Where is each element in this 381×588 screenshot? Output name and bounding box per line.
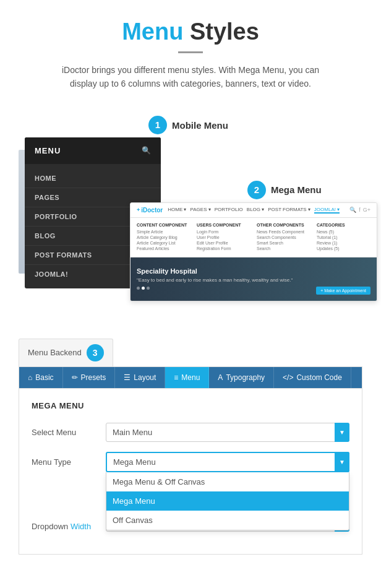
mega-col-2: USERS COMPONENT Login Form User Profile … [197, 223, 250, 252]
tab-label: Menu [181, 373, 200, 382]
mega-col-4: CATEGORIES News (5) Tutorial (1) Review … [317, 223, 370, 252]
mega-menu-label: Mega Menu [271, 184, 322, 195]
mega-nav-items: HOME ▾ PAGES ▾ PORTFOLIO BLOG ▾ POST FOR… [168, 207, 345, 214]
mega-menu-screenshot: + iDoctor HOME ▾ PAGES ▾ PORTFOLIO BLOG … [130, 202, 377, 301]
list-item: Edit User Profile [197, 241, 250, 245]
dropdown-option-3[interactable]: Off Canvas [106, 511, 349, 530]
header-section: Menu Styles iDoctor brings you different… [0, 0, 381, 103]
list-item: Tutorial (1) [317, 235, 370, 240]
badge-2: 2 [247, 181, 266, 199]
tab-presets[interactable]: ✏ Presets [63, 367, 116, 388]
mega-navbar: + iDoctor HOME ▾ PAGES ▾ PORTFOLIO BLOG … [131, 203, 377, 218]
typography-icon: A [218, 373, 223, 382]
col-title: OTHER COMPONENTS [257, 223, 310, 227]
dropdown-width-label: Dropdown Width [32, 522, 106, 531]
title-menu: Menu [122, 19, 183, 45]
header-description: iDoctor brings you different menu styles… [61, 63, 320, 91]
badge-1: 1 [148, 116, 167, 134]
tab-label: Layout [134, 373, 156, 382]
dropdown-option-1[interactable]: Mega Menu & Off Canvas [106, 472, 349, 491]
header-divider [178, 51, 203, 53]
dropdown-option-2[interactable]: Mega Menu [106, 491, 349, 511]
menu-type-value: Mega Menu [113, 457, 156, 467]
list-item: News Feeds Component [257, 230, 310, 234]
menu-type-row: Menu Type Mega Menu ▼ Mega Menu & Off Ca… [32, 452, 349, 472]
menu-type-field[interactable]: Mega Menu ▼ [106, 452, 349, 472]
list-item: Updates (5) [317, 246, 370, 251]
mega-col-1: CONTENT COMPONENT Simple Article Article… [137, 223, 191, 252]
title-styles: Styles [190, 19, 259, 45]
mega-nav-icons: 🔍 f G+ [349, 207, 370, 213]
list-item: Search Components [257, 235, 310, 240]
tab-bar: ⌂ Basic ✏ Presets ☰ Layout ≡ Menu A Typo… [19, 366, 362, 389]
dot-active [142, 287, 145, 290]
chevron-down-icon: ▼ [335, 423, 349, 442]
mobile-menu-area: 1 Mobile Menu MENU 🔍 HOME PAGES PORTFOLI… [19, 116, 362, 314]
list-item: Search [257, 246, 310, 251]
tab-label: Custom Code [296, 373, 341, 382]
hero-subtitle: "Easy to bed and early to rise makes a m… [137, 277, 370, 283]
list-item: HOME [25, 169, 161, 188]
tab-layout[interactable]: ☰ Layout [115, 367, 165, 388]
badge-3: 3 [87, 344, 104, 361]
menu-type-wrapper[interactable]: Mega Menu ▼ Mega Menu & Off Canvas Mega … [106, 452, 349, 472]
hero-title: Speciality Hospital [137, 267, 370, 275]
list-item: Registration Form [197, 246, 250, 251]
home-icon: ⌂ [28, 373, 32, 382]
select-menu-row: Select Menu Main Menu ▼ [32, 423, 349, 442]
mobile-menu-header: MENU 🔍 [25, 137, 161, 164]
mega-menu-area: 2 Mega Menu + iDoctor HOME ▾ PAGES ▾ POR… [130, 190, 377, 301]
col-title: USERS COMPONENT [197, 223, 250, 227]
list-item: Review (1) [317, 241, 370, 245]
code-icon: </> [283, 373, 293, 382]
layout-icon: ☰ [124, 373, 131, 382]
content-panel: MEGA MENU Select Menu Main Menu ▼ Menu T… [19, 389, 362, 555]
nav-item: PORTFOLIO [215, 207, 243, 214]
select-menu-wrapper[interactable]: Main Menu ▼ [106, 423, 349, 442]
tab-menu[interactable]: ≡ Menu [165, 367, 209, 388]
nav-item: PAGES ▾ [191, 207, 211, 214]
tab-basic[interactable]: ⌂ Basic [19, 367, 63, 388]
mobile-menu-label: Mobile Menu [172, 120, 228, 131]
menu-icon: ≡ [174, 373, 178, 382]
nav-item: HOME ▾ [168, 207, 186, 214]
dot [147, 287, 150, 290]
dot [137, 287, 140, 290]
chevron-down-icon: ▼ [335, 452, 349, 472]
list-item: Login Form [197, 230, 250, 234]
social-icon: G+ [363, 207, 370, 213]
tab-typography[interactable]: A Typography [209, 367, 274, 388]
menu-type-dropdown: Mega Menu & Off Canvas Mega Menu Off Can… [106, 472, 349, 530]
col-title: CONTENT COMPONENT [137, 223, 191, 227]
tab-label: Presets [81, 373, 106, 382]
nav-item: POST FORMATS ▾ [268, 207, 310, 214]
select-menu-field[interactable]: Main Menu ▼ [106, 423, 349, 442]
pencil-icon: ✏ [72, 373, 78, 382]
list-item: News (5) [317, 230, 370, 234]
mega-hero: Speciality Hospital "Easy to bed and ear… [131, 257, 377, 301]
tab-label: Typography [226, 373, 265, 382]
mega-col-3: OTHER COMPONENTS News Feeds Component Se… [257, 223, 310, 252]
mobile-menu-title: MENU [35, 146, 61, 155]
tab-label: Basic [35, 373, 53, 382]
tab-custom-code[interactable]: </> Custom Code [274, 367, 351, 388]
search-icon: 🔍 [349, 207, 356, 213]
search-icon: 🔍 [142, 146, 151, 155]
backend-section: Menu Backend 3 ⌂ Basic ✏ Presets ☰ Layou… [0, 332, 381, 555]
select-menu-value: Main Menu [113, 428, 152, 437]
list-item: Article Category Blog [137, 235, 191, 240]
list-item: Smart Search [257, 241, 310, 245]
list-item: User Profile [197, 235, 250, 240]
width-blue-text: Width [71, 522, 91, 531]
col-title: CATEGORIES [317, 223, 370, 227]
page-title: Menu Styles [25, 19, 356, 45]
list-item: Article Category List [137, 241, 191, 245]
backend-label: Menu Backend [28, 348, 82, 357]
mega-dropdown-panel: CONTENT COMPONENT Simple Article Article… [131, 218, 377, 257]
list-item: Featured Articles [137, 246, 191, 251]
backend-label-row: Menu Backend 3 [19, 339, 113, 366]
mega-logo: + iDoctor [137, 207, 163, 214]
hero-button: + Make an Appointment [316, 287, 370, 295]
facebook-icon: f [359, 207, 361, 213]
nav-item-active: JOOMLA! ▾ [314, 207, 340, 214]
